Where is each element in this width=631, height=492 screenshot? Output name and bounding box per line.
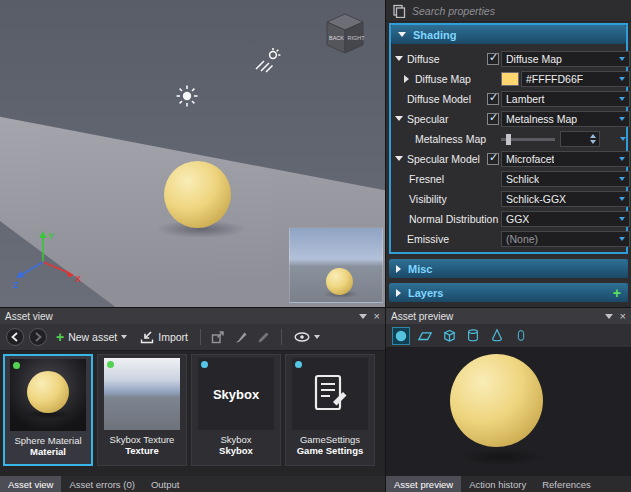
tab-asset-preview[interactable]: Asset preview xyxy=(386,476,461,492)
emissive-dropdown[interactable]: (None) xyxy=(501,231,630,247)
import-button[interactable]: Import xyxy=(136,329,192,346)
material-thumbnail xyxy=(10,359,86,431)
specular-model-dropdown[interactable]: Microfacet xyxy=(501,151,630,167)
expander-icon[interactable] xyxy=(404,75,409,83)
navcube-back-label: BACK xyxy=(329,35,344,41)
axis-gizmo: Y X Z xyxy=(12,226,84,294)
chevron-down-icon xyxy=(619,177,625,181)
shading-section: Shading Diffuse Diffuse Map Diffuse Map xyxy=(389,23,628,254)
asset-tile-skybox[interactable]: Skybox Skybox Skybox xyxy=(191,354,281,466)
tab-output[interactable]: Output xyxy=(143,476,188,492)
asset-tile-skybox-texture[interactable]: Skybox Texture Texture xyxy=(97,354,187,466)
cone-icon xyxy=(490,328,504,343)
add-layer-button[interactable]: + xyxy=(613,286,621,300)
slider-thumb[interactable] xyxy=(506,134,511,145)
asset-tile-sphere-material[interactable]: Sphere Material Material xyxy=(3,354,93,466)
panel-title: Asset preview xyxy=(391,311,453,322)
property-label: Emissive xyxy=(407,233,449,245)
edit-button[interactable] xyxy=(255,328,273,346)
cone-primitive-button[interactable] xyxy=(488,327,506,345)
diffuse-color-swatch[interactable] xyxy=(501,72,519,86)
asset-view-toolbar: + New asset Import xyxy=(0,324,385,351)
close-icon[interactable]: × xyxy=(620,311,626,321)
forward-button[interactable] xyxy=(29,328,47,346)
asset-tile-gamesettings[interactable]: GameSettings Game Settings xyxy=(285,354,375,466)
cylinder-primitive-button[interactable] xyxy=(464,327,482,345)
window-menu-icon[interactable] xyxy=(359,314,367,319)
window-menu-icon[interactable] xyxy=(605,314,613,319)
layers-section-header[interactable]: Layers + xyxy=(389,283,628,302)
spin-up-icon[interactable] xyxy=(590,134,596,138)
diffuse-color-value[interactable]: #FFFFD66F xyxy=(521,71,630,87)
specular-checkbox[interactable] xyxy=(487,113,499,125)
asset-status-dot xyxy=(295,361,302,368)
section-title: Layers xyxy=(408,287,443,299)
visibility-dropdown[interactable]: Schlick-GGX xyxy=(501,191,630,207)
axis-y-label: Y xyxy=(48,231,54,241)
asset-name: Skybox Texture xyxy=(110,434,175,445)
scene-viewport[interactable]: BACK RIGHT Y X Z xyxy=(0,0,385,307)
toolbar-separator xyxy=(281,329,282,345)
game-settings-thumbnail xyxy=(292,358,368,430)
sphere-primitive-button[interactable] xyxy=(392,327,410,345)
expander-icon[interactable] xyxy=(395,56,403,61)
cylinder-icon xyxy=(466,328,480,343)
back-button[interactable] xyxy=(6,328,24,346)
metalness-value-spinner[interactable] xyxy=(560,131,600,147)
asset-tile-list: Sphere Material Material Skybox Texture … xyxy=(0,351,385,476)
spin-down-icon[interactable] xyxy=(590,140,596,144)
shading-section-header[interactable]: Shading xyxy=(391,25,626,44)
tab-asset-view[interactable]: Asset view xyxy=(0,476,61,492)
specular-dropdown[interactable]: Metalness Map xyxy=(501,111,630,127)
expander-icon[interactable] xyxy=(395,156,403,161)
new-asset-button[interactable]: + New asset xyxy=(52,329,131,345)
asset-status-dot xyxy=(107,361,114,368)
normal-distribution-dropdown[interactable]: GGX xyxy=(501,211,630,227)
chevron-down-icon xyxy=(619,77,625,81)
fresnel-dropdown[interactable]: Schlick xyxy=(501,171,630,187)
expander-icon[interactable] xyxy=(395,116,403,121)
chevron-down-icon xyxy=(121,335,127,339)
diffuse-model-dropdown[interactable]: Lambert xyxy=(501,91,630,107)
thumb-sphere xyxy=(27,371,69,413)
asset-type: Material xyxy=(30,446,66,457)
navigation-cube[interactable]: BACK RIGHT xyxy=(319,9,371,59)
search-properties-input[interactable] xyxy=(412,5,625,17)
specular-model-checkbox[interactable] xyxy=(487,153,499,165)
view-options-button[interactable] xyxy=(290,330,324,344)
dropdown-value: Microfacet xyxy=(502,153,554,165)
directional-light-icon[interactable] xyxy=(253,46,283,73)
capsule-primitive-button[interactable] xyxy=(512,327,530,345)
tab-action-history[interactable]: Action history xyxy=(461,476,534,492)
panel-title: Asset view xyxy=(5,311,53,322)
close-icon[interactable]: × xyxy=(374,311,380,321)
diffuse-checkbox[interactable] xyxy=(487,53,499,65)
plane-primitive-button[interactable] xyxy=(416,327,434,345)
asset-preview-viewport[interactable] xyxy=(386,348,631,476)
asset-view-titlebar: Asset view × xyxy=(0,308,385,324)
chevron-down-icon xyxy=(619,237,625,241)
point-light-icon[interactable] xyxy=(175,84,199,108)
clipboard-icon[interactable] xyxy=(392,4,406,18)
dropdown-value: (None) xyxy=(502,233,538,245)
diffuse-model-checkbox[interactable] xyxy=(487,93,499,105)
tab-asset-errors[interactable]: Asset errors (0) xyxy=(61,476,142,492)
dropdown-value: Metalness Map xyxy=(502,113,577,125)
tab-references[interactable]: References xyxy=(534,476,599,492)
axis-z-label: Z xyxy=(13,280,19,290)
diffuse-dropdown[interactable]: Diffuse Map xyxy=(501,51,630,67)
cube-primitive-button[interactable] xyxy=(440,327,458,345)
property-label: Diffuse Map xyxy=(415,73,471,85)
misc-section-header[interactable]: Misc xyxy=(389,259,628,278)
property-row-emissive: Emissive (None) xyxy=(391,229,626,249)
chevron-down-icon[interactable] xyxy=(620,137,626,141)
asset-view-panel: Asset view × + New asset xyxy=(0,308,385,492)
asset-status-dot xyxy=(13,362,20,369)
export-button[interactable] xyxy=(209,328,227,346)
scene-sphere-entity[interactable] xyxy=(164,161,231,228)
dropdown-value: Diffuse Map xyxy=(502,53,562,65)
property-row-metalness-map: Metalness Map xyxy=(391,129,626,149)
chevron-down-icon xyxy=(619,157,625,161)
metalness-slider[interactable] xyxy=(501,138,555,141)
brush-button[interactable] xyxy=(232,328,250,346)
